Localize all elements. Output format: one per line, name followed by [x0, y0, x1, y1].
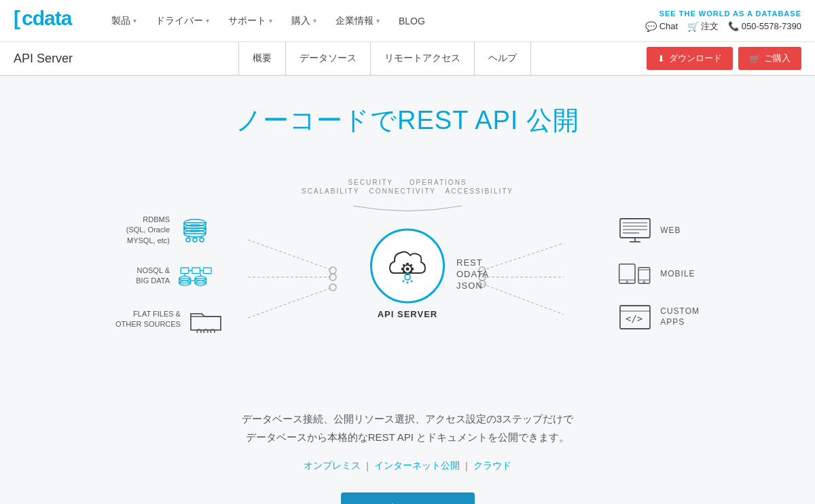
svg-point-40: [204, 329, 208, 333]
svg-point-64: [626, 281, 628, 283]
api-server-label: API SERVER: [378, 309, 438, 319]
source-flatfiles-label: FLAT FILES &OTHER SOURCES: [115, 309, 181, 330]
sub-nav-buttons: ⬇ ダウンロード 🛒 ご購入: [647, 47, 801, 70]
svg-point-39: [197, 329, 201, 333]
target-web: WEB: [618, 217, 700, 244]
link-internet[interactable]: インターネット公開: [374, 460, 460, 472]
sub-nav-links: 概要 データソース リモートアクセス ヘルプ: [122, 41, 647, 75]
svg-rect-25: [181, 268, 189, 273]
source-rdbms-label: RDBMS(SQL, OracleMYSQL, etc): [115, 215, 170, 246]
topbar: [ cdata 製品 ▾ ドライバー ▾ サポート ▾ 購入 ▾ 企業情報: [0, 0, 815, 42]
svg-text:[: [: [14, 7, 20, 29]
description: データベース接続、公開リソース選択、アクセス設定の3ステップだけで データベース…: [242, 410, 573, 446]
product-title: API Server: [14, 52, 95, 66]
nav-drivers[interactable]: ドライバー ▾: [146, 10, 219, 33]
label-row2: SCALABILITY CONNECTIVITY ACCESSIBILITY: [302, 187, 513, 195]
buy-button[interactable]: 🛒 ご購入: [738, 47, 801, 70]
svg-point-5: [329, 274, 336, 281]
link-onpremise[interactable]: オンプレミス: [304, 460, 361, 472]
hero-download-button[interactable]: ⬇ ダウンロード: [341, 492, 475, 504]
link-cloud[interactable]: クラウド: [473, 460, 511, 472]
separator: |: [465, 461, 468, 471]
target-custom-icon: </>: [618, 304, 652, 331]
source-flatfiles: FLAT FILES &OTHER SOURCES: [115, 306, 223, 333]
subnav-overview[interactable]: 概要: [238, 41, 286, 75]
download-icon: ⬇: [657, 54, 665, 64]
source-flatfiles-icon: [189, 306, 223, 333]
target-mobile: MOBILE: [618, 260, 700, 287]
svg-point-21: [200, 238, 204, 242]
target-mobile-label: MOBILE: [660, 269, 695, 278]
svg-rect-44: [406, 263, 409, 266]
sub-nav: API Server 概要 データソース リモートアクセス ヘルプ ⬇ ダウンロ…: [0, 42, 815, 76]
logo[interactable]: [ cdata: [14, 6, 75, 35]
source-nosql: NOSQL &BIG DATA: [115, 262, 223, 289]
svg-rect-27: [204, 268, 212, 273]
protocol-rest: REST: [456, 257, 489, 268]
source-rdbms-icon: [178, 217, 212, 244]
svg-line-8: [482, 243, 564, 270]
hero-title: ノーコードでREST API 公開: [236, 103, 579, 138]
source-nosql-icon: [178, 262, 212, 289]
chat-link[interactable]: 💬 Chat: [645, 21, 678, 32]
nav-blog[interactable]: BLOG: [389, 10, 435, 32]
target-custom: </> CUSTOMAPPS: [618, 304, 700, 331]
protocol-odata: ODATA: [456, 269, 489, 279]
svg-point-7: [329, 284, 336, 291]
nav-buy[interactable]: 購入 ▾: [282, 10, 326, 33]
nav-company[interactable]: 企業情報 ▾: [326, 10, 389, 33]
main-nav: 製品 ▾ ドライバー ▾ サポート ▾ 購入 ▾ 企業情報 ▾ BLOG: [102, 10, 435, 33]
label-row1: SECURITY OPERATIONS: [302, 179, 513, 186]
phone-link[interactable]: 📞 050-5578-7390: [728, 21, 801, 31]
cloud-circle: [370, 229, 445, 304]
subnav-help[interactable]: ヘルプ: [475, 41, 531, 75]
slogan: SEE THE WORLD AS A DATABASE: [659, 10, 801, 18]
dropdown-arrow: ▾: [206, 17, 209, 24]
target-web-label: WEB: [660, 226, 681, 235]
download-button[interactable]: ⬇ ダウンロード: [647, 47, 733, 70]
svg-point-19: [186, 238, 190, 242]
svg-point-43: [406, 268, 410, 271]
nav-products[interactable]: 製品 ▾: [102, 10, 146, 33]
main-content: ノーコードでREST API 公開: [0, 76, 815, 504]
source-rdbms: RDBMS(SQL, OracleMYSQL, etc): [115, 215, 223, 246]
links-row: オンプレミス | インターネット公開 | クラウド: [304, 460, 511, 472]
center-cloud: API SERVER: [370, 229, 445, 319]
svg-point-52: [403, 281, 405, 283]
target-mobile-icon: [618, 260, 652, 287]
svg-point-68: [643, 281, 645, 283]
svg-line-6: [248, 287, 333, 318]
left-sources: RDBMS(SQL, OracleMYSQL, etc): [115, 215, 223, 333]
protocol-labels: REST ODATA JSON: [456, 257, 489, 291]
nav-support[interactable]: サポート ▾: [219, 10, 282, 33]
order-link[interactable]: 🛒 注文: [687, 20, 719, 33]
dropdown-arrow: ▾: [269, 17, 272, 24]
svg-rect-47: [411, 268, 414, 270]
svg-line-12: [482, 284, 564, 314]
svg-point-41: [211, 329, 215, 333]
subnav-datasources[interactable]: データソース: [286, 41, 371, 75]
diagram: SECURITY OPERATIONS SCALABILITY CONNECTI…: [102, 165, 713, 382]
subnav-remote[interactable]: リモートアクセス: [371, 41, 475, 75]
source-nosql-label: NOSQL &BIG DATA: [115, 266, 170, 287]
top-actions: 💬 Chat 🛒 注文 📞 050-5578-7390: [645, 20, 801, 33]
cart-icon-btn: 🛒: [749, 54, 760, 64]
svg-point-20: [193, 238, 197, 242]
svg-text:cdata: cdata: [22, 7, 73, 29]
dropdown-arrow: ▾: [376, 17, 380, 24]
dropdown-arrow: ▾: [133, 17, 137, 24]
cloud-gear-icon: [387, 246, 428, 287]
svg-line-2: [248, 240, 333, 270]
svg-point-54: [411, 281, 413, 283]
svg-rect-26: [192, 268, 200, 273]
chat-icon: 💬: [645, 21, 657, 32]
svg-rect-55: [620, 219, 650, 238]
right-targets: WEB MOBILE: [618, 217, 700, 331]
svg-rect-46: [401, 268, 404, 270]
logo-area: [ cdata 製品 ▾ ドライバー ▾ サポート ▾ 購入 ▾ 企業情報: [14, 6, 435, 35]
target-custom-label: CUSTOMAPPS: [660, 306, 700, 327]
cart-icon: 🛒: [687, 21, 699, 32]
separator: |: [366, 461, 369, 471]
center-top-labels: SECURITY OPERATIONS SCALABILITY CONNECTI…: [302, 179, 513, 195]
svg-point-3: [329, 267, 336, 274]
